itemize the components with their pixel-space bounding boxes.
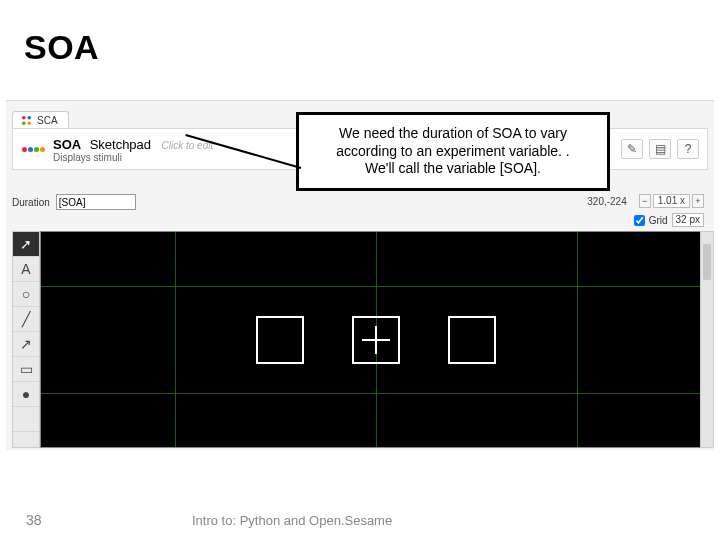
rect-tool-icon[interactable]: ▭ (13, 357, 39, 382)
tab-label: SCA (37, 115, 58, 126)
script-button-icon[interactable]: ✎ (621, 139, 643, 159)
item-description[interactable]: Displays stimuli (53, 152, 213, 163)
page-number: 38 (26, 512, 42, 528)
scrollbar-thumb[interactable] (703, 244, 711, 280)
cursor-coords: 320,-224 (587, 196, 626, 207)
tool-palette: ➚A○╱↗▭● (12, 231, 40, 448)
callout-box: We need the duration of SOA to vary acco… (296, 112, 610, 191)
palette-icon (21, 115, 32, 126)
svg-point-3 (27, 121, 31, 125)
callout-line-1: We need the duration of SOA to vary (311, 125, 595, 143)
duration-label: Duration (12, 197, 50, 208)
item-name[interactable]: SOA (53, 137, 81, 152)
fixation-cross[interactable] (362, 326, 390, 354)
sketchpad-canvas[interactable] (40, 231, 712, 448)
grid-checkbox[interactable] (634, 215, 645, 226)
item-type: Sketchpad (90, 137, 151, 152)
callout-line-3: We'll call the variable [SOA]. (311, 160, 595, 178)
arrow-tool-icon[interactable]: ➚ (13, 232, 39, 257)
duration-input[interactable] (56, 194, 136, 210)
stimulus-box-left[interactable] (256, 316, 304, 364)
text-tool-icon[interactable]: A (13, 257, 39, 282)
line-tool-icon[interactable]: ╱ (13, 307, 39, 332)
tab-sca[interactable]: SCA (12, 111, 69, 128)
zoom-down-button[interactable]: − (639, 194, 651, 208)
slide-footer-text: Intro to: Python and Open.Sesame (192, 513, 392, 528)
zoom-up-button[interactable]: + (692, 194, 704, 208)
ellipse-fill-icon[interactable]: ● (13, 382, 39, 407)
grid-size-value[interactable]: 32 px (672, 213, 704, 227)
slide-title: SOA (24, 28, 99, 67)
callout-line-2: according to an experiment variable. . (311, 143, 595, 161)
tab-strip: SCA (12, 106, 69, 128)
stimulus-box-right[interactable] (448, 316, 496, 364)
blank-tool-icon[interactable] (13, 407, 39, 432)
zoom-value[interactable]: 1.01 x (653, 194, 690, 208)
circle-tool-icon[interactable]: ○ (13, 282, 39, 307)
split-button-icon[interactable]: ▤ (649, 139, 671, 159)
svg-point-2 (22, 121, 26, 125)
arrow-shape-icon[interactable]: ↗ (13, 332, 39, 357)
svg-point-1 (27, 116, 31, 120)
grid-label: Grid (649, 215, 668, 226)
sketchpad-icon (21, 137, 45, 161)
vertical-scrollbar[interactable] (700, 231, 714, 448)
help-button-icon[interactable]: ? (677, 139, 699, 159)
svg-point-0 (22, 116, 26, 120)
